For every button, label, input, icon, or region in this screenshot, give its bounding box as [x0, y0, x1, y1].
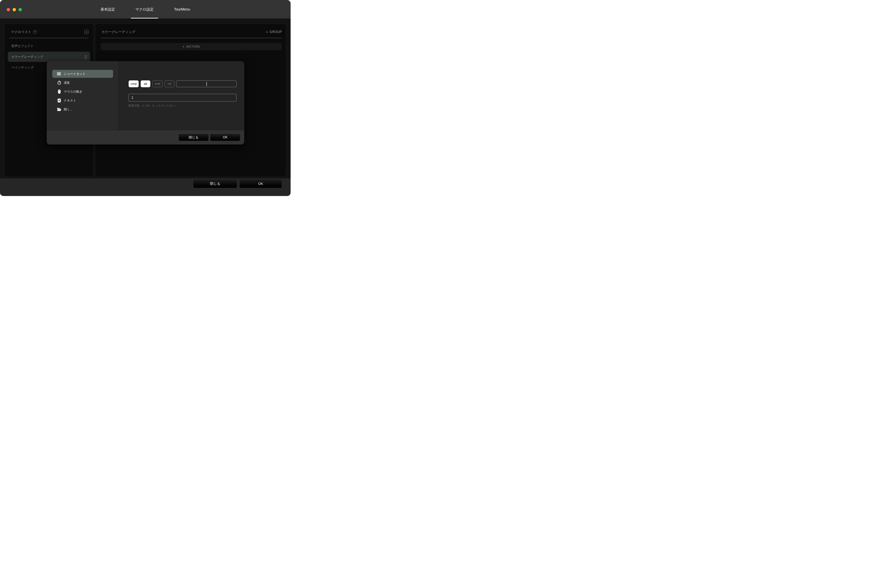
close-button[interactable]: 閉じる	[193, 179, 237, 188]
add-action-button[interactable]: + ACTION	[101, 43, 282, 50]
menu-item-label: テキスト	[64, 99, 76, 103]
traffic-lights	[7, 8, 22, 11]
macro-list-title: マクロリスト	[11, 30, 31, 34]
menu-item-label: ショートカット	[64, 72, 86, 76]
list-item-color-grading[interactable]: カラーグレーディング	[8, 52, 90, 62]
modifier-keys: cmd alt shift ctrl	[129, 80, 174, 87]
repeat-count-input[interactable]	[129, 96, 236, 100]
menu-item-label: 開く...	[64, 107, 73, 111]
group-button-label: GROUP	[270, 30, 282, 34]
repeat-count-field	[128, 94, 236, 102]
tab-basic-settings[interactable]: 基本設定	[96, 0, 119, 19]
menu-item-open[interactable]: 開く...	[52, 105, 113, 113]
list-item-label: カラーグレーディング	[11, 55, 43, 59]
key-capture-input[interactable]	[176, 80, 237, 87]
dialog-close-button[interactable]: 閉じる	[179, 134, 209, 141]
action-editor-dialog: ショートカット 遅延	[47, 61, 244, 145]
list-item-voice-effect[interactable]: 音声エフェクト	[8, 41, 90, 51]
menu-item-shortcut[interactable]: ショートカット	[52, 70, 113, 78]
titlebar: 基本設定 マクロ設定 TourMenu	[0, 0, 291, 19]
divider	[9, 38, 88, 38]
list-item-label: 音声エフェクト	[11, 44, 34, 48]
modifier-alt-toggle[interactable]: alt	[141, 80, 150, 87]
menu-item-mouse-move[interactable]: マウスの動き	[52, 87, 113, 96]
app-window: 基本設定 マクロ設定 TourMenu マクロリスト ? + 音声エフェクト カ…	[0, 0, 291, 196]
add-group-button[interactable]: + GROUP	[266, 30, 282, 34]
help-icon[interactable]: ?	[33, 30, 37, 34]
minimize-window-icon[interactable]	[13, 8, 16, 11]
dialog-ok-button[interactable]: OK	[211, 134, 240, 141]
modifier-cmd-toggle[interactable]: cmd	[129, 80, 139, 87]
menu-item-label: マウスの動き	[64, 90, 83, 94]
macro-detail-header: カラーグレーディング + GROUP	[96, 24, 286, 34]
dialog-body: ショートカット 遅延	[47, 61, 244, 130]
tab-tourmenu[interactable]: TourMenu	[169, 0, 194, 19]
tab-bar: 基本設定 マクロ設定 TourMenu	[96, 0, 194, 19]
window-footer: 閉じる OK	[0, 178, 291, 196]
list-item-label: ペインティング	[11, 65, 34, 70]
shortcut-editor: cmd alt shift ctrl 重複回数（1~99）をご入力ください。	[119, 61, 244, 130]
modifier-ctrl-toggle[interactable]: ctrl	[165, 80, 174, 87]
trash-icon[interactable]	[84, 55, 87, 59]
menu-item-delay[interactable]: 遅延	[52, 79, 113, 87]
stopwatch-icon	[57, 81, 61, 85]
action-button-label: ACTION	[186, 45, 200, 49]
close-window-icon[interactable]	[7, 8, 10, 11]
text-icon: A	[57, 99, 61, 102]
divider	[101, 38, 282, 38]
repeat-hint-text: 重複回数（1~99）をご入力ください。	[128, 104, 178, 107]
tab-macro-settings[interactable]: マクロ設定	[131, 0, 158, 19]
ok-button[interactable]: OK	[240, 179, 282, 188]
mouse-icon	[57, 89, 61, 94]
keyboard-icon	[57, 72, 61, 76]
zoom-window-icon[interactable]	[19, 8, 22, 11]
action-type-menu: ショートカット 遅延	[47, 61, 119, 130]
modifier-shift-toggle[interactable]: shift	[152, 80, 163, 87]
dialog-footer: 閉じる OK	[47, 130, 244, 145]
text-caret	[206, 82, 207, 86]
macro-list-header: マクロリスト ? +	[5, 24, 93, 34]
menu-item-text[interactable]: A テキスト	[52, 96, 113, 105]
folder-icon	[57, 108, 61, 111]
plus-icon: +	[266, 30, 268, 34]
add-macro-button[interactable]: +	[85, 30, 89, 34]
plus-icon: +	[182, 45, 185, 48]
macro-detail-title: カラーグレーディング	[102, 30, 135, 34]
menu-item-label: 遅延	[64, 81, 70, 85]
